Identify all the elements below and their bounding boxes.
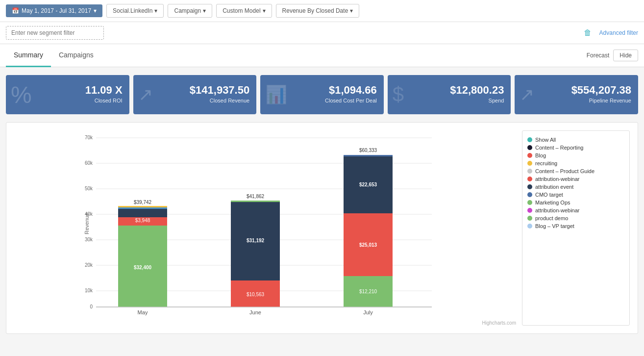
date-dropdown-arrow: ▾ [94, 7, 97, 14]
legend-show-all[interactable]: Show All [527, 136, 624, 144]
legend-label-cmo-target: CMO target [535, 192, 563, 198]
svg-text:$22,653: $22,653 [359, 182, 377, 187]
legend-attr-event[interactable]: attribution event [527, 183, 624, 191]
chart-section: 70k 60k 50k 40k 30k 20k 10k 0 Revenue [6, 122, 638, 334]
highcharts-credit: Highcharts.com [14, 320, 516, 326]
legend-dot-cmo-target [527, 192, 532, 197]
revenue-closed-date-arrow-icon: ▾ [350, 7, 353, 14]
svg-text:$31,192: $31,192 [247, 238, 265, 243]
kpi-pipeline-revenue: ↗ $554,207.38 Pipeline Revenue [515, 75, 638, 114]
campaign-button[interactable]: Campaign ▾ [168, 4, 212, 18]
legend-product-demo[interactable]: product demo [527, 214, 624, 222]
advanced-filter-link[interactable]: Advanced filter [599, 29, 638, 36]
may-bar-yellow [118, 206, 167, 207]
svg-text:Revenue: Revenue [84, 213, 90, 234]
chart-legend: Show All Content – Reporting Blog recrui… [522, 130, 630, 326]
legend-label-product-guide: Content – Product Guide [535, 168, 594, 174]
custom-model-label: Custom Model [223, 7, 260, 14]
kpi-roi-icon: % [11, 81, 32, 108]
svg-text:50k: 50k [85, 186, 93, 191]
legend-label-content-reporting: Content – Reporting [535, 145, 583, 151]
may-bar-dark [118, 209, 167, 217]
kpi-revenue-label: Closed Revenue [140, 98, 250, 103]
legend-attr-webinar-1[interactable]: attribution-webinar [527, 175, 624, 183]
legend-dot-product-guide [527, 169, 532, 174]
legend-content-reporting[interactable]: Content – Reporting [527, 144, 624, 152]
campaign-arrow-icon: ▾ [203, 7, 206, 14]
legend-dot-content-reporting [527, 145, 532, 150]
segment-filter-input[interactable] [6, 26, 104, 40]
legend-marketing-ops[interactable]: Marketing Ops [527, 199, 624, 206]
legend-dot-blog-vp [527, 224, 532, 229]
tab-summary[interactable]: Summary [6, 44, 51, 67]
may-bar-blue [118, 207, 167, 209]
svg-text:60k: 60k [85, 160, 93, 166]
kpi-cost-per-deal: 📊 $1,094.66 Closed Cost Per Deal [260, 75, 384, 114]
kpi-closed-roi: % 11.09 X Closed ROI [6, 75, 129, 114]
legend-recruiting[interactable]: recruiting [527, 159, 624, 167]
legend-dot-attr-webinar-1 [527, 177, 532, 181]
legend-label-show-all: Show All [535, 137, 556, 143]
july-bar-blue [344, 155, 393, 156]
legend-label-marketing-ops: Marketing Ops [535, 200, 570, 205]
legend-dot-blog [527, 153, 532, 158]
custom-model-arrow-icon: ▾ [263, 7, 266, 14]
svg-text:$25,013: $25,013 [359, 242, 377, 248]
legend-label-blog-vp: Blog – VP target [535, 223, 574, 229]
june-bar-green [231, 201, 280, 202]
svg-text:$60,333: $60,333 [359, 148, 377, 153]
svg-text:June: June [249, 309, 261, 315]
svg-text:30k: 30k [85, 237, 93, 242]
legend-blog-vp-target[interactable]: Blog – VP target [527, 222, 624, 230]
social-linkedin-label: Social.LinkedIn [113, 7, 152, 14]
chart-area: 70k 60k 50k 40k 30k 20k 10k 0 Revenue [14, 130, 516, 326]
legend-dot-product-demo [527, 216, 532, 221]
custom-model-button[interactable]: Custom Model ▾ [216, 4, 272, 18]
tab-campaigns[interactable]: Campaigns [51, 44, 101, 67]
kpi-roi-label: Closed ROI [13, 98, 123, 103]
svg-text:July: July [363, 309, 373, 315]
revenue-closed-date-button[interactable]: Revenue By Closed Date ▾ [276, 4, 360, 18]
kpi-revenue-value: $141,937.50 [140, 84, 250, 97]
legend-dot-show-all [527, 137, 532, 142]
legend-label-product-demo: product demo [535, 215, 568, 221]
legend-product-guide[interactable]: Content – Product Guide [527, 167, 624, 175]
kpi-closed-revenue: ↗ $141,937.50 Closed Revenue [133, 75, 257, 114]
legend-dot-attr-event [527, 184, 532, 189]
legend-label-recruiting: recruiting [535, 160, 557, 166]
kpi-spend: $ $12,800.23 Spend [388, 75, 511, 114]
tabs-bar: Summary Campaigns Forecast Hide [0, 44, 644, 67]
revenue-closed-date-label: Revenue By Closed Date [282, 7, 348, 14]
tabs-container: Summary Campaigns [6, 44, 101, 67]
svg-text:$3,948: $3,948 [135, 218, 150, 223]
svg-text:0: 0 [90, 304, 93, 309]
bar-chart: 70k 60k 50k 40k 30k 20k 10k 0 Revenue [14, 130, 516, 317]
top-bar: 📅 May 1, 2017 - Jul 31, 2017 ▾ Social.Li… [0, 0, 644, 22]
kpi-pipeline-value: $554,207.38 [521, 84, 631, 97]
chart-container: 70k 60k 50k 40k 30k 20k 10k 0 Revenue [14, 130, 630, 326]
legend-label-attr-event: attribution event [535, 184, 573, 190]
trash-icon[interactable]: 🗑 [584, 28, 592, 37]
svg-text:$10,563: $10,563 [247, 292, 265, 297]
legend-cmo-target[interactable]: CMO target [527, 191, 624, 199]
legend-label-attr-webinar-1: attribution-webinar [535, 176, 580, 182]
kpi-row: % 11.09 X Closed ROI ↗ $141,937.50 Close… [0, 67, 644, 122]
calendar-icon: 📅 [12, 7, 19, 14]
social-arrow-icon: ▾ [154, 7, 157, 14]
kpi-spend-label: Spend [395, 98, 504, 103]
date-range-button[interactable]: 📅 May 1, 2017 - Jul 31, 2017 ▾ [6, 4, 102, 17]
svg-text:70k: 70k [85, 135, 93, 140]
kpi-pipeline-label: Pipeline Revenue [521, 98, 631, 103]
kpi-cost-label: Closed Cost Per Deal [267, 98, 377, 103]
svg-text:May: May [138, 309, 148, 315]
legend-attr-webinar-2[interactable]: attribution-webinar [527, 206, 624, 214]
svg-text:10k: 10k [85, 288, 93, 293]
date-range-label: May 1, 2017 - Jul 31, 2017 [22, 7, 91, 14]
segment-bar: 🗑 Advanced filter [0, 22, 644, 44]
legend-label-blog: Blog [535, 153, 546, 158]
hide-button[interactable]: Hide [613, 50, 638, 61]
svg-text:$41,862: $41,862 [247, 194, 265, 199]
social-linkedin-button[interactable]: Social.LinkedIn ▾ [106, 4, 164, 18]
legend-blog[interactable]: Blog [527, 152, 624, 159]
tabs-right-controls: Forecast Hide [587, 50, 638, 61]
